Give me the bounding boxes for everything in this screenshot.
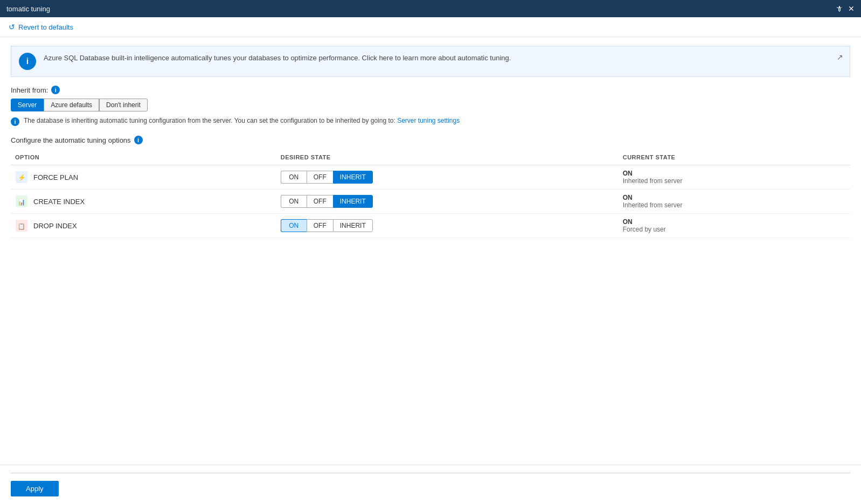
svg-text:📋: 📋 [18, 222, 25, 230]
col-desired-state: DESIRED STATE [276, 151, 619, 165]
info-banner-icon: i [19, 53, 36, 70]
footer: Apply [0, 465, 861, 467]
desired-state-cell: ON OFF INHERIT [276, 190, 619, 214]
title-bar: tomatic tuning 🗡 ✕ [0, 0, 861, 17]
toolbar: ↺ Revert to defaults [0, 17, 861, 37]
current-state-cell: ON Inherited from server [619, 190, 850, 214]
inherit-label-text: Inherit from: [11, 86, 48, 94]
inherit-section: Inherit from: i Server Azure defaults Do… [11, 86, 850, 126]
col-current-state: CURRENT STATE [619, 151, 850, 165]
drop-index-state-buttons: ON OFF INHERIT [281, 219, 614, 232]
force-plan-icon: ⚡ [15, 171, 28, 184]
drop-index-off-button[interactable]: OFF [307, 219, 333, 232]
pin-button[interactable]: 🗡 [835, 4, 843, 13]
force-plan-state-buttons: ON OFF INHERIT [281, 171, 614, 184]
drop-index-current-sub: Forced by user [623, 226, 846, 233]
desired-state-cell: ON OFF INHERIT [276, 214, 619, 238]
revert-label: Revert to defaults [18, 23, 73, 31]
pin-icon: 🗡 [835, 4, 843, 13]
info-message-text: The database is inheriting automatic tun… [24, 117, 395, 124]
svg-text:📊: 📊 [18, 198, 25, 206]
create-index-current-sub: Inherited from server [623, 201, 846, 209]
inherit-server-button[interactable]: Server [11, 99, 44, 111]
force-plan-inherit-button[interactable]: INHERIT [333, 171, 373, 184]
current-state-cell: ON Forced by user [619, 214, 850, 238]
col-option: OPTION [11, 151, 276, 165]
desired-state-cell: ON OFF INHERIT [276, 165, 619, 190]
svg-text:⚡: ⚡ [18, 173, 26, 181]
close-button[interactable]: ✕ [848, 4, 855, 13]
info-banner-text: Azure SQL Database built-in intelligence… [44, 53, 511, 64]
external-link-icon: ↗ [837, 53, 843, 61]
current-state-cell: ON Inherited from server [619, 165, 850, 190]
drop-index-label: DROP INDEX [33, 222, 77, 230]
inherit-azure-defaults-button[interactable]: Azure defaults [44, 99, 99, 111]
force-plan-current-sub: Inherited from server [623, 177, 846, 185]
option-cell: ⚡ FORCE PLAN [11, 165, 276, 190]
create-index-state-buttons: ON OFF INHERIT [281, 195, 614, 208]
create-index-icon: 📊 [15, 195, 28, 208]
main-content: i Azure SQL Database built-in intelligen… [0, 37, 861, 467]
table-row: 📋 DROP INDEX ON OFF INHERIT ON Forced by… [11, 214, 850, 238]
force-plan-current-on: ON [623, 170, 846, 177]
server-tuning-settings-link[interactable]: Server tuning settings [397, 117, 460, 124]
force-plan-on-button[interactable]: ON [281, 171, 307, 184]
inherit-dont-inherit-button[interactable]: Don't inherit [99, 99, 148, 111]
config-info-icon: i [134, 136, 143, 144]
inherit-info-icon: i [51, 86, 60, 94]
close-icon: ✕ [848, 4, 855, 13]
table-row: ⚡ FORCE PLAN ON OFF INHERIT ON Inherited… [11, 165, 850, 190]
config-section-title: Configure the automatic tuning options i [11, 136, 850, 144]
info-banner[interactable]: i Azure SQL Database built-in intelligen… [11, 46, 850, 77]
drop-index-on-button[interactable]: ON [281, 219, 307, 232]
revert-icon: ↺ [9, 23, 15, 31]
option-cell: 📋 DROP INDEX [11, 214, 276, 238]
drop-index-current-on: ON [623, 218, 846, 226]
inherit-info-message: i The database is inheriting automatic t… [11, 117, 850, 126]
force-plan-off-button[interactable]: OFF [307, 171, 333, 184]
tuning-table: OPTION DESIRED STATE CURRENT STATE ⚡ FOR… [11, 151, 850, 238]
create-index-off-button[interactable]: OFF [307, 195, 333, 208]
create-index-on-button[interactable]: ON [281, 195, 307, 208]
title-bar-title: tomatic tuning [6, 5, 50, 13]
create-index-label: CREATE INDEX [33, 198, 85, 206]
create-index-inherit-button[interactable]: INHERIT [333, 195, 373, 208]
info-message-icon: i [11, 117, 19, 126]
table-row: 📊 CREATE INDEX ON OFF INHERIT ON Inherit… [11, 190, 850, 214]
option-cell: 📊 CREATE INDEX [11, 190, 276, 214]
create-index-current-on: ON [623, 194, 846, 201]
revert-defaults-button[interactable]: ↺ Revert to defaults [9, 23, 73, 31]
drop-index-inherit-button[interactable]: INHERIT [333, 219, 373, 232]
inherit-button-group: Server Azure defaults Don't inherit [11, 99, 850, 111]
drop-index-icon: 📋 [15, 219, 28, 232]
force-plan-label: FORCE PLAN [33, 173, 78, 181]
